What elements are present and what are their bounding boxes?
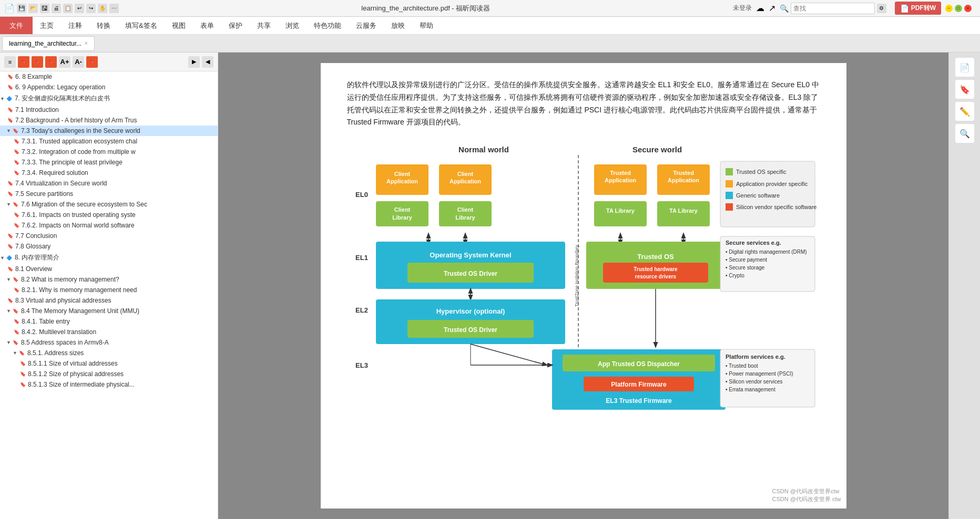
sidebar-item-6-9[interactable]: 🔖 6. 9 Appendix: Legacy operation xyxy=(0,82,218,92)
sidebar-item-8-2-1[interactable]: 🔖 8.2.1. Why is memory management need xyxy=(0,285,218,295)
menu-features[interactable]: 特色功能 xyxy=(307,17,349,34)
sidebar-item-8-5-1-3[interactable]: 🔖 8.5.1.3 Size of intermediate physical.… xyxy=(0,379,218,390)
platform-services-item-1: • Trusted boot xyxy=(726,363,758,369)
menu-annotate[interactable]: 注释 xyxy=(61,17,89,34)
sidebar-item-8-1[interactable]: 🔖 8.1 Overview xyxy=(0,264,218,274)
sidebar-item-7-7[interactable]: 🔖 7.7 Conclusion xyxy=(0,231,218,241)
toolbar-btn-undo[interactable]: ↩ xyxy=(75,4,84,13)
svg-text:Client: Client xyxy=(457,171,473,177)
right-panel-icon-2[interactable]: 🔖 xyxy=(955,80,974,99)
menu-file[interactable]: 文件 xyxy=(0,17,33,34)
tab-close-icon[interactable]: × xyxy=(85,40,88,46)
menu-protect[interactable]: 保护 xyxy=(221,17,250,34)
sidebar-item-7-main[interactable]: ▼ 🔷 7. 安全侧虚拟化隔离技术的白皮书 xyxy=(0,92,218,105)
menu-view[interactable]: 视图 xyxy=(165,17,193,34)
sidebar-item-7-3[interactable]: ▼ 🔖 7.3 Today's challenges in the Secure… xyxy=(0,126,218,136)
sidebar-collapse-icon[interactable]: ◀ xyxy=(202,56,213,68)
sidebar-item-7-3-2[interactable]: 🔖 7.3.2. Integration of code from multip… xyxy=(0,147,218,157)
menu-cloud[interactable]: 云服务 xyxy=(349,17,384,34)
sidebar-item-label: 6. 9 Appendix: Legacy operation xyxy=(15,84,105,91)
toolbar-btn-open[interactable]: 📂 xyxy=(28,4,38,13)
sidebar-item-8-5-1-1[interactable]: 🔖 8.5.1.1 Size of virtual addresses xyxy=(0,358,218,369)
trusted-hw-drivers-box xyxy=(603,263,708,283)
sidebar-item-6-8[interactable]: 🔖 6. 8 Example xyxy=(0,71,218,82)
sidebar-item-7-5[interactable]: 🔖 7.5 Secure partitions xyxy=(0,189,218,199)
svg-text:Library: Library xyxy=(392,214,412,221)
menu-help[interactable]: 帮助 xyxy=(412,17,441,34)
upload-icon[interactable]: ↗ xyxy=(769,3,775,13)
sidebar-icon-font-larger[interactable]: A+ xyxy=(59,56,70,68)
bookmark-icon: 🔖 xyxy=(13,286,20,294)
legend-generic-label: Generic software xyxy=(736,192,780,199)
sidebar-item-7-6-2[interactable]: 🔖 7.6.2. Impacts on Normal world softwar… xyxy=(0,220,218,231)
sidebar-item-label: 7. 安全侧虚拟化隔离技术的白皮书 xyxy=(15,94,110,103)
bookmark-icon: 🔖 xyxy=(13,318,20,325)
svg-text:Client: Client xyxy=(394,171,410,177)
bookmark-icon: 🔖 xyxy=(12,276,19,283)
menu-forms[interactable]: 填写&签名 xyxy=(118,17,165,34)
toolbar-btn-copy[interactable]: 📋 xyxy=(63,4,73,13)
toolbar-btn-save[interactable]: 💾 xyxy=(17,4,26,13)
sidebar-icon-font-smaller[interactable]: A- xyxy=(73,56,84,68)
bookmark-icon: 🔖 xyxy=(13,159,20,166)
bookmark-icon: 🔖 xyxy=(13,138,20,145)
toolbar-btn-redo[interactable]: ↪ xyxy=(86,4,96,13)
document-tab[interactable]: learning_the_architectur... × xyxy=(2,36,95,51)
expand-arrow: ▼ xyxy=(6,277,11,282)
cloud-icon[interactable]: ☁ xyxy=(756,3,764,13)
pdf-convert-button[interactable]: 📄 PDF转W xyxy=(895,2,941,15)
minimize-button[interactable]: − xyxy=(945,5,953,12)
sidebar-icon-thumb[interactable]: 🔖 xyxy=(18,56,29,68)
not-logged-in[interactable]: 未登录 xyxy=(733,4,752,13)
sidebar-item-7-3-3[interactable]: 🔖 7.3.3. The principle of least privileg… xyxy=(0,157,218,168)
maximize-button[interactable]: □ xyxy=(955,5,962,12)
svg-text:resource drivers: resource drivers xyxy=(635,274,676,279)
sidebar-icon-extra[interactable]: 🔖 xyxy=(86,56,98,68)
menu-home[interactable]: 主页 xyxy=(33,17,61,34)
menu-convert[interactable]: 转换 xyxy=(89,17,118,34)
sidebar-item-7-1[interactable]: 🔖 7.1 Introduction xyxy=(0,105,218,115)
right-panel-icon-1[interactable]: 📄 xyxy=(955,58,974,77)
sidebar-icon-sig[interactable]: 🔖 xyxy=(45,56,57,68)
bookmark-icon: 🔖 xyxy=(6,84,14,91)
menu-form[interactable]: 表单 xyxy=(193,17,221,34)
sidebar-item-8-4-2[interactable]: 🔖 8.4.2. Multilevel translation xyxy=(0,327,218,337)
sidebar-item-8-2[interactable]: ▼ 🔖 8.2 What is memory management? xyxy=(0,274,218,285)
sidebar-item-8-3[interactable]: 🔖 8.3 Virtual and physical addresses xyxy=(0,295,218,306)
sidebar-item-7-4[interactable]: 🔖 7.4 Virtualization in Secure world xyxy=(0,178,218,189)
svg-text:Trusted OS: Trusted OS xyxy=(637,253,674,261)
toolbar-btn-more[interactable]: ⋯ xyxy=(109,4,119,13)
toolbar-btn-saveas[interactable]: 🖫 xyxy=(40,4,49,13)
menu-browse[interactable]: 浏览 xyxy=(278,17,307,34)
sidebar-item-8-main[interactable]: ▼ 🔷 8. 内存管理简介 xyxy=(0,252,218,264)
menu-slideshow[interactable]: 放映 xyxy=(384,17,412,34)
search-input[interactable] xyxy=(791,3,875,14)
close-button[interactable]: × xyxy=(964,5,972,12)
sidebar-item-7-6-1[interactable]: 🔖 7.6.1. Impacts on trusted operating sy… xyxy=(0,210,218,220)
sidebar-item-7-8[interactable]: 🔖 7.8 Glossary xyxy=(0,241,218,252)
svg-text:TA Library: TA Library xyxy=(669,207,698,214)
menu-share[interactable]: 共享 xyxy=(250,17,278,34)
toolbar-btn-hand[interactable]: ✋ xyxy=(98,4,107,13)
search-settings-icon[interactable]: ⚙ xyxy=(877,4,886,13)
sidebar-item-8-5[interactable]: ▼ 🔖 8.5 Address spaces in Armv8-A xyxy=(0,337,218,348)
content-scroll[interactable]: 的软件代理以及按异常级别进行的广泛分区。受信任的操作系统提供安全服务。这通常跨越… xyxy=(218,53,948,519)
sidebar-item-7-3-1[interactable]: 🔖 7.3.1. Trusted application ecosystem c… xyxy=(0,136,218,147)
toolbar-btn-print[interactable]: 🖨 xyxy=(52,4,61,13)
sidebar-item-label: 7.2 Background - A brief history of Arm … xyxy=(15,117,137,124)
sidebar-item-8-4-1[interactable]: 🔖 8.4.1. Table entry xyxy=(0,316,218,327)
sidebar-item-7-6[interactable]: ▼ 🔖 7.6 Migration of the secure ecosyste… xyxy=(0,199,218,210)
right-panel-icon-3[interactable]: ✏️ xyxy=(955,102,974,121)
title-bar-right: 未登录 ☁ ↗ 🔍 ⚙ 📄 PDF转W − □ × xyxy=(733,2,972,15)
sidebar-icon-annot[interactable]: 🔖 xyxy=(32,56,43,68)
sidebar-item-8-5-1[interactable]: ▼ 🔖 8.5.1. Address sizes xyxy=(0,348,218,358)
sidebar-icon-bookmarks[interactable]: ≡ xyxy=(4,56,16,68)
sidebar-expand-icon[interactable]: ▶ xyxy=(188,56,200,68)
sidebar-item-8-5-1-2[interactable]: 🔖 8.5.1.2 Size of physical addresses xyxy=(0,369,218,379)
bookmark-icon: 🔖 xyxy=(13,222,20,229)
sidebar-item-7-3-4[interactable]: 🔖 7.3.4. Required solution xyxy=(0,168,218,178)
right-panel-icon-4[interactable]: 🔍 xyxy=(955,124,974,143)
sidebar-item-7-2[interactable]: 🔖 7.2 Background - A brief history of Ar… xyxy=(0,115,218,126)
sidebar-item-8-4[interactable]: ▼ 🔖 8.4 The Memory Management Unit (MMU) xyxy=(0,306,218,316)
legend-silicon-color xyxy=(726,203,733,211)
